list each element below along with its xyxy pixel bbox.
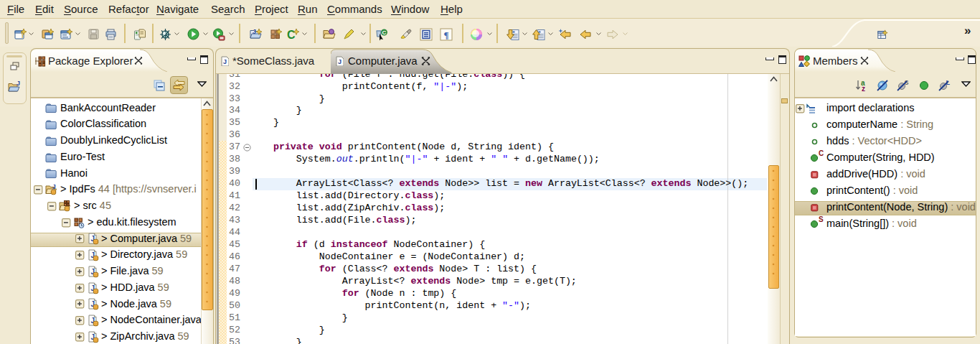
- svg-text:J: J: [253, 28, 256, 35]
- svg-text:¶: ¶: [443, 29, 448, 40]
- svg-text:J: J: [17, 80, 20, 87]
- svg-text:J: J: [338, 58, 341, 65]
- svg-text:C: C: [382, 29, 387, 36]
- svg-text:C: C: [287, 29, 296, 41]
- svg-text:z: z: [862, 85, 865, 92]
- svg-text:J: J: [223, 58, 227, 65]
- svg-text:J: J: [52, 184, 56, 190]
